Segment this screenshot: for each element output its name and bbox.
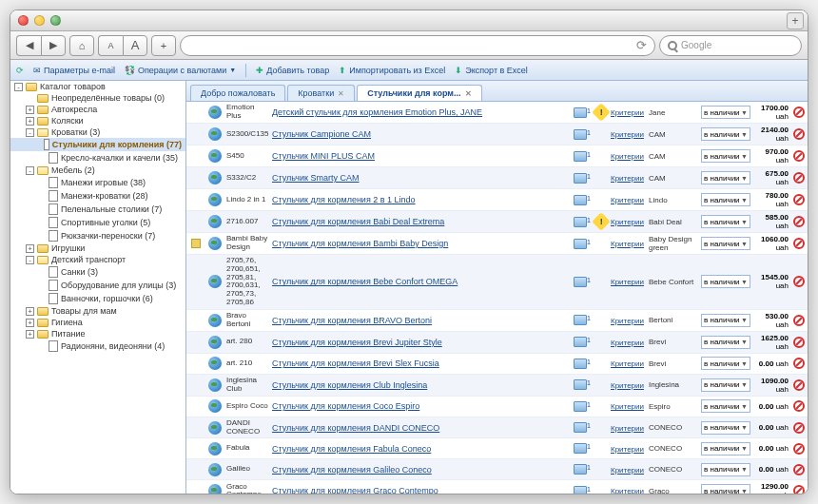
- tree-item[interactable]: Манежи-кроватки (28): [10, 189, 185, 203]
- stock-select[interactable]: в наличии▼: [701, 442, 750, 456]
- globe-icon[interactable]: [208, 314, 222, 327]
- delete-icon[interactable]: [793, 238, 805, 249]
- expand-icon[interactable]: -: [14, 83, 23, 91]
- product-link[interactable]: Детский стульчик для кормления Emotion P…: [272, 107, 482, 117]
- expand-icon[interactable]: +: [26, 117, 34, 126]
- delete-icon[interactable]: [793, 485, 805, 494]
- criteria-link[interactable]: Критерии: [611, 174, 644, 183]
- delete-icon[interactable]: [793, 443, 805, 455]
- table-row[interactable]: Emotion PlusДетский стульчик для кормлен…: [186, 102, 808, 124]
- monitor-icon[interactable]: [574, 239, 587, 249]
- criteria-link[interactable]: Критерии: [611, 402, 644, 411]
- criteria-link[interactable]: Критерии: [611, 108, 644, 117]
- globe-icon[interactable]: [208, 127, 222, 141]
- expand-icon[interactable]: -: [26, 128, 34, 137]
- product-link[interactable]: Стульчик для кормления Galileo Coneco: [272, 465, 432, 475]
- criteria-link[interactable]: Критерии: [611, 445, 644, 454]
- minimize-window-button[interactable]: [34, 15, 45, 26]
- table-row[interactable]: FabulaСтульчик для кормления Fabula Cone…: [186, 438, 808, 459]
- delete-icon[interactable]: [793, 216, 805, 227]
- table-row[interactable]: S450Стульчик MINI PLUS CAM1КритерииCAMв …: [186, 145, 808, 167]
- product-link[interactable]: Стульчик для кормления 2 в 1 Lindo: [272, 195, 416, 204]
- delete-icon[interactable]: [793, 400, 805, 412]
- monitor-icon[interactable]: [574, 443, 587, 454]
- delete-icon[interactable]: [793, 422, 805, 434]
- globe-icon[interactable]: [208, 463, 222, 476]
- tree-item[interactable]: +Игрушки: [10, 242, 185, 254]
- font-large-button[interactable]: A: [123, 35, 147, 56]
- criteria-link[interactable]: Критерии: [611, 152, 644, 161]
- table-row[interactable]: 2716.007Стульчик для кормления Babi Deal…: [186, 211, 808, 233]
- zoom-window-button[interactable]: [50, 15, 61, 26]
- monitor-icon[interactable]: [574, 359, 587, 369]
- tree-item[interactable]: +Гигиена: [10, 317, 185, 328]
- stock-select[interactable]: в наличии▼: [701, 421, 750, 435]
- table-row[interactable]: Inglesina ClubСтульчик для кормления Clu…: [186, 375, 808, 397]
- tree-item[interactable]: Манежи игровые (38): [10, 176, 185, 189]
- search-input[interactable]: Google: [659, 35, 802, 56]
- delete-icon[interactable]: [793, 379, 805, 391]
- stock-select[interactable]: в наличии▼: [701, 149, 750, 163]
- stock-select[interactable]: в наличии▼: [701, 215, 750, 228]
- monitor-icon[interactable]: [574, 401, 587, 412]
- table-row[interactable]: Lindo 2 in 1Стульчик для кормления 2 в 1…: [186, 189, 808, 211]
- expand-icon[interactable]: +: [26, 319, 34, 327]
- forward-button[interactable]: ▶: [41, 35, 66, 56]
- expand-icon[interactable]: -: [26, 166, 34, 175]
- product-link[interactable]: Стульчик для кормления Bebe Confort OMEG…: [272, 277, 458, 286]
- globe-icon[interactable]: [208, 171, 222, 184]
- tree-item[interactable]: +Товары для мам: [10, 305, 185, 317]
- product-link[interactable]: Стульчик Smarty CAM: [272, 173, 360, 183]
- monitor-icon[interactable]: [574, 107, 587, 118]
- delete-icon[interactable]: [793, 337, 805, 348]
- stock-select[interactable]: в наличии▼: [701, 484, 750, 494]
- product-link[interactable]: Стульчик для кормления Brevi Jupiter Sty…: [272, 338, 442, 347]
- product-link[interactable]: Стульчик Campione CAM: [272, 129, 371, 139]
- close-window-button[interactable]: [18, 15, 29, 26]
- add-product-button[interactable]: ✚Добавить товар: [256, 66, 329, 75]
- product-link[interactable]: Стульчик для кормления BRAVO Bertoni: [272, 316, 432, 325]
- stock-select[interactable]: в наличии▼: [701, 171, 750, 184]
- tree-item[interactable]: +Коляски: [10, 115, 185, 126]
- category-tree[interactable]: -Каталог товаровНеопределённые товары (0…: [10, 81, 186, 494]
- home-button[interactable]: ⌂: [69, 35, 94, 56]
- stock-select[interactable]: в наличии▼: [701, 357, 750, 370]
- export-excel-button[interactable]: ⬇Экспорт в Excel: [455, 66, 528, 75]
- tree-item[interactable]: Рюкзачки-переноски (7): [10, 229, 185, 242]
- delete-icon[interactable]: [793, 358, 805, 369]
- tab[interactable]: Кроватки✕: [287, 85, 355, 101]
- monitor-icon[interactable]: [574, 217, 587, 227]
- delete-icon[interactable]: [793, 464, 805, 475]
- refresh-tool[interactable]: ⟳: [16, 66, 24, 75]
- table-row[interactable]: Bravo BertoniСтульчик для кормления BRAV…: [186, 310, 808, 332]
- tree-item[interactable]: -Кроватки (3): [10, 126, 185, 138]
- globe-icon[interactable]: [208, 421, 222, 435]
- delete-icon[interactable]: [793, 315, 805, 326]
- stock-select[interactable]: в наличии▼: [701, 399, 750, 413]
- table-row[interactable]: 2705,76, 2700,651, 2705,81, 2700,631, 27…: [186, 255, 808, 310]
- product-grid[interactable]: Emotion PlusДетский стульчик для кормлен…: [186, 102, 808, 494]
- table-row[interactable]: art. 280Стульчик для кормления Brevi Jup…: [186, 332, 808, 354]
- tree-item[interactable]: Пеленальные столики (7): [10, 203, 185, 216]
- tree-item[interactable]: +Питание: [10, 328, 185, 339]
- monitor-icon[interactable]: [574, 277, 587, 287]
- delete-icon[interactable]: [793, 107, 805, 118]
- tree-item[interactable]: Ванночки, горшочки (6): [10, 292, 185, 305]
- reload-icon[interactable]: ⟳: [636, 38, 647, 52]
- monitor-icon[interactable]: [574, 151, 587, 162]
- criteria-link[interactable]: Критерии: [611, 218, 644, 226]
- email-params-button[interactable]: ✉Параметры e-mail: [33, 66, 115, 75]
- globe-icon[interactable]: [208, 215, 222, 228]
- criteria-link[interactable]: Критерии: [611, 466, 644, 475]
- add-button[interactable]: +: [151, 35, 176, 56]
- import-excel-button[interactable]: ⬆Импортировать из Excel: [339, 66, 445, 75]
- stock-select[interactable]: в наличии▼: [701, 193, 750, 206]
- criteria-link[interactable]: Критерии: [611, 487, 644, 494]
- criteria-link[interactable]: Критерии: [611, 196, 644, 204]
- table-row[interactable]: S332/C2Стульчик Smarty CAM1КритерииCAMв …: [186, 167, 808, 189]
- product-link[interactable]: Стульчик MINI PLUS CAM: [272, 151, 375, 161]
- product-link[interactable]: Стульчик для кормления Bambi Baby Design: [272, 239, 448, 248]
- criteria-link[interactable]: Критерии: [611, 424, 644, 433]
- stock-select[interactable]: в наличии▼: [701, 127, 750, 141]
- globe-icon[interactable]: [208, 193, 222, 206]
